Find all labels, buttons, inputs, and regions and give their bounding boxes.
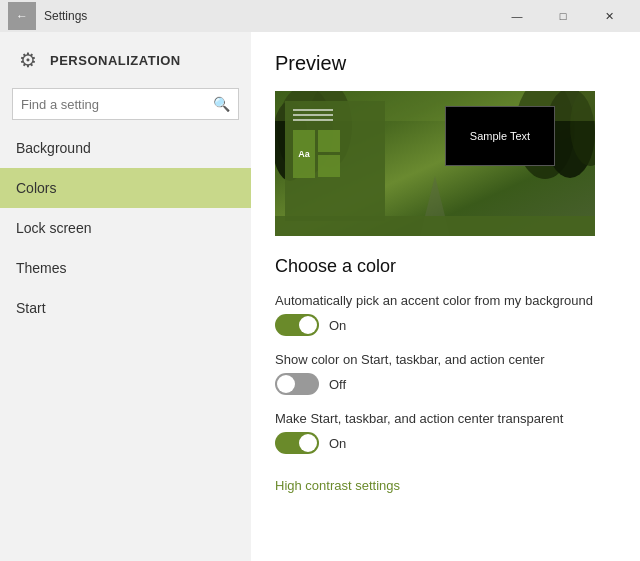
sidebar: ⚙ PERSONALIZATION 🔍 Background Colors Lo… xyxy=(0,32,251,561)
toggle-state-auto: On xyxy=(329,318,346,333)
gear-icon: ⚙ xyxy=(16,48,40,72)
title-bar-left: ← Settings xyxy=(8,2,87,30)
setting-label-show: Show color on Start, taskbar, and action… xyxy=(275,352,616,367)
toggle-auto[interactable] xyxy=(275,314,319,336)
tile-col-2 xyxy=(318,130,340,178)
search-input[interactable] xyxy=(21,97,213,112)
title-bar: ← Settings — □ ✕ xyxy=(0,0,640,32)
toggle-transparent[interactable] xyxy=(275,432,319,454)
toggle-row-show: Off xyxy=(275,373,616,395)
toggle-knob-transparent xyxy=(299,434,317,452)
back-button[interactable]: ← xyxy=(8,2,36,30)
toggle-show[interactable] xyxy=(275,373,319,395)
start-line-2 xyxy=(293,114,333,116)
tile-aa: Aa xyxy=(293,130,315,178)
toggle-knob-show xyxy=(277,375,295,393)
sample-text: Sample Text xyxy=(470,130,530,142)
nav-items: Background Colors Lock screen Themes Sta… xyxy=(0,128,251,561)
contrast-link[interactable]: High contrast settings xyxy=(275,478,400,493)
main-layout: ⚙ PERSONALIZATION 🔍 Background Colors Lo… xyxy=(0,32,640,561)
tile-small-1 xyxy=(318,130,340,152)
preview-container: Aa Sample Text xyxy=(275,91,595,236)
tile-col-1: Aa xyxy=(293,130,315,178)
content-area: Preview xyxy=(251,32,640,561)
setting-row-transparent: Make Start, taskbar, and action center t… xyxy=(275,411,616,454)
start-panel: Aa xyxy=(285,101,385,221)
toggle-row-auto: On xyxy=(275,314,616,336)
toggle-state-transparent: On xyxy=(329,436,346,451)
start-line-1 xyxy=(293,109,333,111)
sample-text-box: Sample Text xyxy=(445,106,555,166)
toggle-row-transparent: On xyxy=(275,432,616,454)
sidebar-item-lock-screen[interactable]: Lock screen xyxy=(0,208,251,248)
sidebar-item-themes[interactable]: Themes xyxy=(0,248,251,288)
maximize-button[interactable]: □ xyxy=(540,0,586,32)
title-bar-title: Settings xyxy=(44,9,87,23)
toggle-state-show: Off xyxy=(329,377,346,392)
tile-small-2 xyxy=(318,155,340,177)
taskbar-preview xyxy=(275,216,595,236)
minimize-button[interactable]: — xyxy=(494,0,540,32)
choose-color-title: Choose a color xyxy=(275,256,616,277)
close-button[interactable]: ✕ xyxy=(586,0,632,32)
start-line-3 xyxy=(293,119,333,121)
setting-label-auto: Automatically pick an accent color from … xyxy=(275,293,616,308)
sidebar-item-colors[interactable]: Colors xyxy=(0,168,251,208)
sidebar-item-background[interactable]: Background xyxy=(0,128,251,168)
sidebar-header: ⚙ PERSONALIZATION xyxy=(0,32,251,84)
start-tiles: Aa xyxy=(293,130,377,178)
sidebar-item-start[interactable]: Start xyxy=(0,288,251,328)
sidebar-title: PERSONALIZATION xyxy=(50,53,181,68)
page-title: Preview xyxy=(275,52,616,75)
setting-row-show: Show color on Start, taskbar, and action… xyxy=(275,352,616,395)
title-bar-controls: — □ ✕ xyxy=(494,0,632,32)
setting-row-auto: Automatically pick an accent color from … xyxy=(275,293,616,336)
search-icon: 🔍 xyxy=(213,96,230,112)
search-box[interactable]: 🔍 xyxy=(12,88,239,120)
setting-label-transparent: Make Start, taskbar, and action center t… xyxy=(275,411,616,426)
toggle-knob-auto xyxy=(299,316,317,334)
